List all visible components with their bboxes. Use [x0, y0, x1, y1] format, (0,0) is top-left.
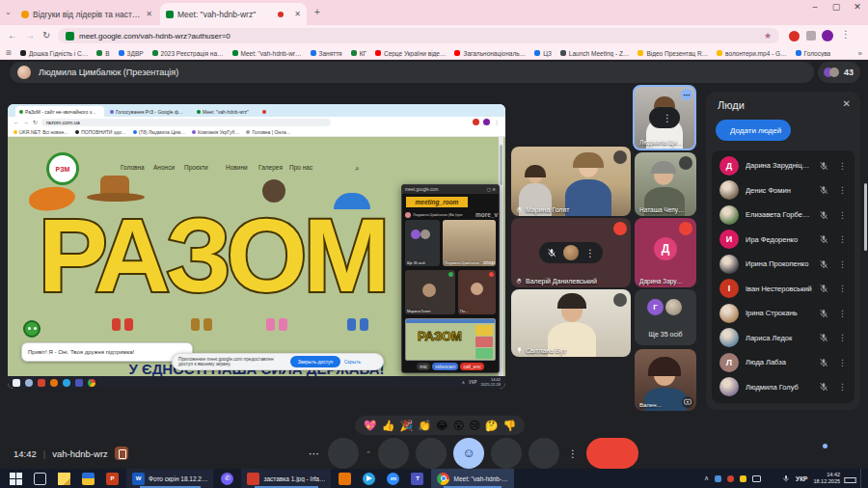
bookmark-item[interactable]: Meet: "vah-hdnb-wr… [232, 50, 302, 57]
browser-tab-1[interactable]: Відгуки від лідерів та наставн… ✕ [15, 3, 158, 25]
overflow-tile[interactable]: Г Ще 35 осіб [635, 289, 696, 345]
bookmark-item[interactable]: Відео Презентац R… [637, 50, 708, 57]
tab-search-chevron-icon[interactable]: ⌄ [5, 8, 12, 16]
participant-menu-icon[interactable]: ⋮ [838, 284, 847, 293]
present-button[interactable] [416, 438, 447, 469]
reaction-emoji[interactable]: 🎉 [399, 420, 413, 431]
reactions-button[interactable]: ☺ [453, 438, 484, 469]
bookmark-item[interactable]: Загальнонаціональ… [454, 50, 526, 57]
participant-menu-icon[interactable]: ⋮ [838, 358, 847, 367]
participant-menu-icon[interactable]: ⋮ [838, 185, 847, 195]
list-item[interactable]: Ірина Строкань⋮ [712, 301, 854, 326]
tray-shield-icon[interactable] [740, 475, 746, 482]
bookmark-item[interactable]: Серце України віде… [375, 50, 447, 57]
reaction-emoji[interactable]: 😢 [469, 420, 479, 431]
back-icon[interactable]: ← [8, 30, 17, 41]
participant-count-pill[interactable]: 43 [818, 62, 860, 83]
taskbar-app-photos[interactable] [333, 469, 357, 488]
record-extension-icon[interactable] [789, 31, 800, 41]
list-item[interactable]: ІІван Нестеровський⋮ [712, 277, 854, 302]
add-people-button[interactable]: Додати людей [716, 120, 791, 141]
video-tile-valentyna[interactable]: Вален… [635, 349, 696, 411]
camera-options-caret-icon[interactable]: ⌃ [366, 450, 371, 458]
video-tile-valerii[interactable]: ⋮ Валерій Данилевський [511, 218, 631, 287]
reaction-emoji[interactable]: 💖 [364, 420, 377, 431]
participant-menu-icon[interactable]: ⋮ [838, 309, 847, 318]
tile-menu-icon[interactable]: ⋮ [663, 113, 672, 123]
bookmark-item[interactable]: Launch Meeting - Z… [560, 50, 630, 57]
participant-menu-icon[interactable]: ⋮ [838, 234, 847, 244]
close-tab-icon[interactable]: ✕ [146, 10, 152, 18]
more-reactions-button[interactable]: ⋯ [307, 447, 321, 460]
extension-icon[interactable] [806, 31, 816, 41]
bookmark-item[interactable]: ЗДВР [119, 50, 144, 57]
panel-scrollbar[interactable] [864, 183, 867, 251]
network-icon[interactable] [752, 475, 761, 482]
camera-button[interactable] [378, 438, 409, 469]
taskbar-app-zoom[interactable]: zm [381, 469, 405, 488]
tray-expand-icon[interactable]: ∧ [704, 474, 709, 482]
apps-grid-icon[interactable]: ⊞ [6, 49, 12, 57]
reaction-emoji[interactable]: 😮 [453, 420, 464, 431]
stop-sharing-button[interactable]: Закрыть доступ [290, 356, 340, 367]
bookmark-item[interactable]: В [96, 50, 109, 57]
show-desktop-button[interactable] [860, 469, 864, 488]
taskbar-app-chrome[interactable]: Meet: "vah-hdnb-… [431, 469, 513, 488]
bookmark-item[interactable]: волонтери.mp4 - G… [717, 50, 786, 57]
reaction-emoji[interactable]: 👏 [418, 420, 431, 431]
reaction-emoji[interactable]: 🤔 [485, 420, 499, 431]
taskbar-clock[interactable]: 14:42 18.12.2025 [813, 472, 840, 485]
list-item[interactable]: Ирина Прокопенко⋮ [712, 252, 854, 277]
taskbar-app-irfanview[interactable]: заставка 1.jpg - Irfa… [241, 469, 331, 488]
taskbar-app-task-view[interactable] [28, 469, 52, 488]
video-tile-daryna[interactable]: Д Дарина Зару… [635, 218, 696, 287]
participant-menu-icon[interactable]: ⋮ [838, 382, 847, 392]
bookmark-star-icon[interactable]: ★ [764, 31, 772, 41]
more-options-button[interactable]: ⋮ [566, 448, 580, 459]
browser-menu-icon[interactable]: ⋮ [841, 29, 851, 40]
bookmark-item[interactable]: ЦЗ [534, 50, 552, 57]
mic-button[interactable] [328, 438, 359, 469]
new-tab-button[interactable]: + [314, 7, 320, 17]
captions-button[interactable] [491, 438, 522, 469]
tile-menu-icon[interactable]: ⋮ [585, 248, 595, 258]
reaction-emoji[interactable]: 👍 [382, 420, 395, 431]
taskbar-app-sticky-notes[interactable] [52, 469, 76, 488]
window-maximize-button[interactable]: ▢ [827, 2, 845, 12]
browser-tab-2[interactable]: Meet: "vah-hdnb-wrz" ✕ [160, 3, 307, 25]
bookmark-item[interactable]: Заняття [311, 50, 342, 57]
taskbar-app-viber[interactable]: ✆ [215, 469, 239, 488]
tray-app-icon[interactable] [715, 475, 721, 482]
participant-menu-icon[interactable]: ⋮ [838, 333, 847, 342]
more-options-badge[interactable]: ⋯ [681, 89, 692, 100]
reaction-emoji[interactable]: 👎 [502, 420, 516, 431]
list-item[interactable]: Денис Фомин⋮ [712, 178, 854, 203]
self-tile-hover-controls[interactable]: ⋮ [649, 107, 680, 128]
participant-menu-icon[interactable]: ⋮ [838, 161, 847, 171]
taskbar-app-start[interactable] [4, 469, 28, 488]
close-panel-icon[interactable]: ✕ [843, 98, 851, 109]
tray-app-icon[interactable] [727, 475, 734, 482]
window-minimize-button[interactable]: – [806, 2, 824, 12]
taskbar-app-word[interactable]: WФото скрін 18.12.2… [126, 469, 213, 488]
self-video-tile[interactable]: ⋯ ⋮ Людмила Ци… [633, 85, 696, 150]
reaction-emoji[interactable]: 😂 [436, 420, 448, 431]
taskbar-app-teams[interactable]: T [405, 469, 429, 488]
list-item[interactable]: Елизавета Горбенко⋮ [712, 203, 854, 228]
bookmark-item[interactable]: 2023 Реєстрація на… [152, 50, 224, 57]
list-item[interactable]: ЛЛюда Лабза⋮ [712, 350, 854, 375]
tray-mic-icon[interactable] [781, 474, 790, 483]
tile-hover-controls[interactable]: ⋮ [539, 242, 603, 263]
list-item[interactable]: Людмила Голуб⋮ [712, 375, 854, 400]
hide-notice-link[interactable]: Скрыть [344, 359, 361, 365]
bookmarks-overflow-icon[interactable]: » [858, 49, 862, 58]
participant-menu-icon[interactable]: ⋮ [838, 210, 847, 220]
volume-icon[interactable] [767, 474, 775, 483]
taskbar-app-powerpoint[interactable]: P [100, 469, 124, 488]
reload-icon[interactable]: ↻ [42, 30, 50, 41]
list-item[interactable]: Лариса Ледок⋮ [712, 326, 854, 351]
list-item[interactable]: ДДарина Зарудніцька⋮ [712, 153, 854, 178]
taskbar-app-defender[interactable] [76, 469, 100, 488]
forward-icon[interactable]: → [25, 30, 35, 41]
profile-avatar[interactable] [822, 30, 833, 41]
